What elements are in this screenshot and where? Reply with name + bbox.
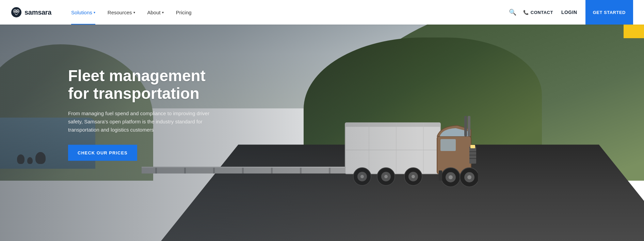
nav-about[interactable]: About ▾ — [141, 0, 170, 25]
nav-right: 🔍 📞 CONTACT LOGIN GET STARTED — [508, 0, 633, 25]
nav-resources[interactable]: Resources ▾ — [101, 0, 141, 25]
hero-subtitle: From managing fuel spend and compliance … — [68, 109, 221, 134]
hero-cta-button[interactable]: CHECK OUR PRICES — [68, 145, 137, 161]
login-button[interactable]: LOGIN — [559, 10, 580, 15]
hero-title: Fleet management for transportation — [68, 66, 221, 103]
svg-point-35 — [17, 11, 18, 12]
svg-point-34 — [14, 11, 16, 12]
hero-content: Fleet management for transportation From… — [68, 66, 221, 161]
nav-pricing[interactable]: Pricing — [170, 0, 198, 25]
chevron-down-icon: ▾ — [133, 11, 135, 14]
chevron-down-icon: ▾ — [94, 11, 95, 14]
nav-links: Solutions ▾ Resources ▾ About ▾ Pricing — [65, 0, 508, 25]
phone-icon: 📞 — [523, 10, 529, 15]
chevron-down-icon: ▾ — [162, 11, 164, 14]
nav-solutions[interactable]: Solutions ▾ — [65, 0, 101, 25]
yellow-accent-bar — [624, 25, 644, 38]
search-icon[interactable]: 🔍 — [508, 7, 518, 17]
logo-link[interactable]: samsara — [11, 7, 51, 18]
samsara-logo-icon — [11, 7, 22, 18]
navbar: samsara Solutions ▾ Resources ▾ About ▾ … — [0, 0, 644, 25]
contact-link[interactable]: 📞 CONTACT — [523, 10, 553, 15]
hero-section: samsara Solutions ▾ Resources ▾ About ▾ … — [0, 0, 644, 241]
logo-text: samsara — [25, 9, 51, 16]
get-started-button[interactable]: GET STARTED — [585, 0, 633, 25]
